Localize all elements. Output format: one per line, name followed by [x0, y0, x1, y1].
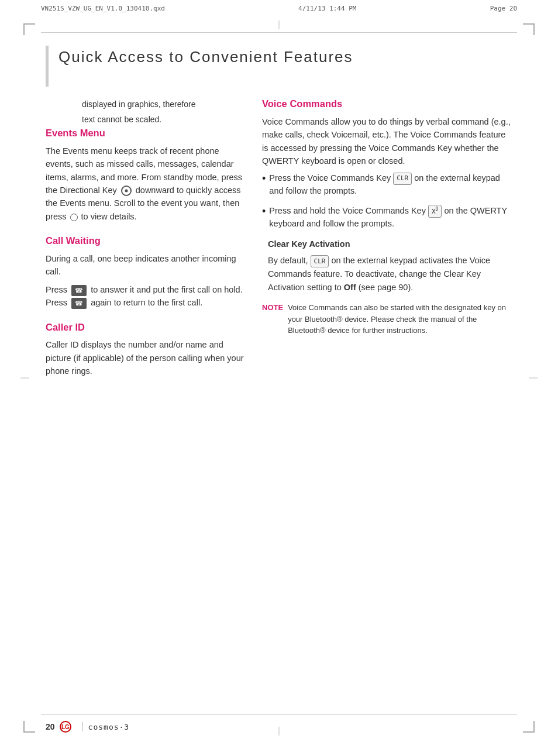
bullet-item-2: • Press and hold the Voice Commands Key …: [262, 205, 512, 231]
call-waiting-body1: During a call, one beep indicates anothe…: [46, 252, 244, 279]
call-waiting-heading: Call Waiting: [46, 233, 244, 249]
off-bold-text: Off: [344, 283, 356, 292]
bullet-2-text: Press and hold the Voice Commands Key XD…: [269, 205, 512, 231]
file-page: Page 20: [490, 5, 517, 12]
caller-id-body: Caller ID displays the number and/or nam…: [46, 338, 244, 377]
note-label: NOTE: [262, 302, 283, 336]
caller-id-section: Caller ID Caller ID displays the number …: [46, 320, 244, 378]
events-menu-body: The Events menu keeps track of recent ph…: [46, 145, 244, 224]
main-content: Events Menu The Events menu keeps track …: [46, 97, 512, 703]
corner-mark-tr: [523, 23, 535, 35]
clear-key-activation-body: By default, CLR on the external keypad a…: [268, 254, 512, 294]
page-number: 20: [46, 722, 55, 731]
cosmos-logo-text: cosmos·3: [88, 723, 130, 731]
clr-key-badge-1: CLR: [393, 173, 412, 185]
file-header: VN251S_VZW_UG_EN_V1.0_130410.qxd 4/11/13…: [41, 5, 517, 12]
footer-logo: LG cosmos·3: [60, 721, 130, 733]
lg-logo-icon: LG: [60, 721, 76, 733]
top-rule: [41, 32, 517, 33]
events-menu-heading: Events Menu: [46, 126, 244, 141]
x-key-badge: XD: [428, 205, 442, 218]
clear-key-activation-section: Clear Key Activation By default, CLR on …: [262, 238, 512, 294]
left-column: Events Menu The Events menu keeps track …: [46, 97, 244, 703]
page-title: Quick Access to Convenient Features: [58, 48, 353, 66]
file-name: VN251S_VZW_UG_EN_V1.0_130410.qxd: [41, 5, 165, 12]
svg-text:LG: LG: [61, 724, 70, 730]
footer-divider: [82, 722, 82, 731]
note-text: Voice Commands can also be started with …: [288, 302, 512, 336]
file-datetime: 4/11/13 1:44 PM: [298, 5, 356, 12]
bullet-dot-1: •: [262, 173, 266, 185]
page-footer: 20 LG cosmos·3: [46, 721, 512, 733]
bullet-dot-2: •: [262, 205, 266, 218]
center-mark-left: [20, 378, 29, 379]
corner-mark-br: [523, 721, 535, 733]
center-mark-top: [279, 20, 280, 29]
call-waiting-body2: Press ☎ to answer it and put the first c…: [46, 283, 244, 310]
bottom-rule: [41, 714, 517, 715]
corner-mark-tl: [23, 23, 35, 35]
note-block: NOTE Voice Commands can also be started …: [262, 302, 512, 336]
corner-mark-bl: [23, 721, 35, 733]
right-column: Voice Commands Voice Commands allow you …: [262, 97, 512, 703]
bullet-item-1: • Press the Voice Commands Key CLR on th…: [262, 172, 512, 198]
voice-commands-intro: Voice Commands allow you to do things by…: [262, 115, 512, 168]
events-menu-section: Events Menu The Events menu keeps track …: [46, 126, 244, 223]
center-mark-right: [529, 378, 538, 379]
bullet-1-text: Press the Voice Commands Key CLR on the …: [269, 172, 512, 198]
accent-bar: [46, 46, 49, 87]
clear-key-activation-heading: Clear Key Activation: [268, 238, 512, 250]
voice-commands-section: Voice Commands Voice Commands allow you …: [262, 97, 512, 336]
clr-key-badge-2: CLR: [311, 255, 329, 267]
voice-commands-bullets: • Press the Voice Commands Key CLR on th…: [262, 172, 512, 231]
voice-commands-heading: Voice Commands: [262, 97, 512, 112]
call-waiting-section: Call Waiting During a call, one beep ind…: [46, 233, 244, 309]
caller-id-heading: Caller ID: [46, 320, 244, 335]
